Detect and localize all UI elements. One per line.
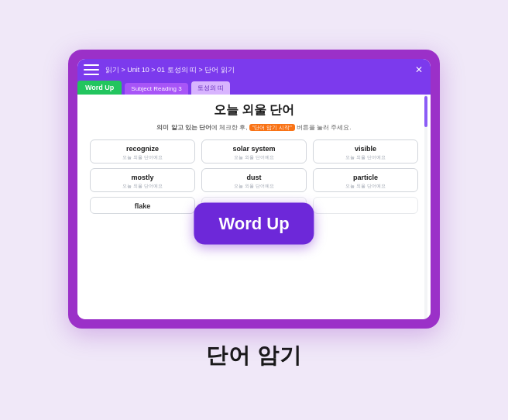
word-sub: 오늘 외울 단어예요 xyxy=(345,154,385,161)
word-card-solar-system[interactable]: solar system 오늘 외울 단어예요 xyxy=(201,139,307,164)
word-card-recognize[interactable]: recognize 오늘 외울 단어예요 xyxy=(90,139,195,164)
word-sub: 오늘 외울 단어예요 xyxy=(234,183,273,190)
breadcrumb: 읽기 > Unit 10 > 01 토성의 띠 > 단어 읽기 xyxy=(105,65,414,75)
page-title: 오늘 외울 단어 xyxy=(90,102,418,119)
tab-subject[interactable]: Subject Reading 3 xyxy=(125,83,187,95)
word-card-particle[interactable]: particle 오늘 외울 단어예요 xyxy=(313,168,418,192)
word-text: solar system xyxy=(232,145,275,153)
word-card-flake[interactable]: flake xyxy=(90,197,195,214)
screen-inner: 읽기 > Unit 10 > 01 토성의 띠 > 단어 읽기 ✕ Word U… xyxy=(77,59,431,319)
word-text: particle xyxy=(353,174,378,181)
content-area: 오늘 외울 단어 의미 알고 있는 단어에 체크한 후, "단어 암기 시작" … xyxy=(77,95,431,319)
word-text: recognize xyxy=(126,145,159,153)
titlebar: 읽기 > Unit 10 > 01 토성의 띠 > 단어 읽기 ✕ xyxy=(77,59,431,81)
instruction-text: 의미 알고 있는 단어에 체크한 후, "단어 암기 시작" 버튼을 눌러 주세… xyxy=(90,123,418,132)
word-card-dust[interactable]: dust 오늘 외울 단어예요 xyxy=(201,168,307,192)
word-card-empty2[interactable] xyxy=(313,197,418,214)
scroll-thumb xyxy=(424,96,427,127)
tab-word-up[interactable]: Word Up xyxy=(77,81,122,95)
close-icon[interactable]: ✕ xyxy=(414,64,424,75)
menu-icon[interactable] xyxy=(84,64,99,75)
scroll-indicator[interactable] xyxy=(424,95,427,319)
word-card-mostly[interactable]: mostly 오늘 외울 단어예요 xyxy=(90,168,195,192)
bottom-label: 단어 암기 xyxy=(206,341,303,370)
outer-container: 읽기 > Unit 10 > 01 토성의 띠 > 단어 읽기 ✕ Word U… xyxy=(29,20,479,400)
screen-wrapper: 읽기 > Unit 10 > 01 토성의 띠 > 단어 읽기 ✕ Word U… xyxy=(68,50,440,329)
word-text: dust xyxy=(247,174,262,181)
word-text: visible xyxy=(355,145,376,153)
tabbar: Word Up Subject Reading 3 토성의 띠 xyxy=(77,81,431,95)
word-text: mostly xyxy=(131,174,153,181)
word-sub: 오늘 외울 단어예요 xyxy=(234,154,273,161)
word-sub: 오늘 외울 단어예요 xyxy=(345,183,385,190)
word-sub: 오늘 외울 단어예요 xyxy=(122,154,162,161)
scroll-track xyxy=(424,95,427,319)
word-card-visible[interactable]: visible 오늘 외울 단어예요 xyxy=(313,139,418,164)
word-sub: 오늘 외울 단어예요 xyxy=(122,183,162,190)
tab-topic[interactable]: 토성의 띠 xyxy=(191,81,230,95)
word-text: flake xyxy=(135,202,151,210)
word-up-overlay: Word Up xyxy=(194,203,314,245)
